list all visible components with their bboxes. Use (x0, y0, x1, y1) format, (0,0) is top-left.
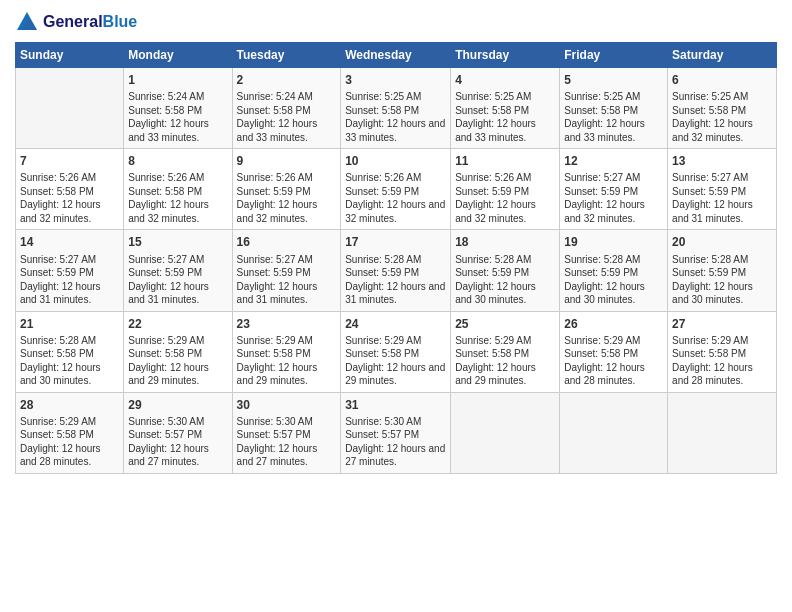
calendar-cell: 30Sunrise: 5:30 AMSunset: 5:57 PMDayligh… (232, 392, 341, 473)
day-number: 2 (237, 72, 337, 88)
cell-info: Sunrise: 5:29 AMSunset: 5:58 PMDaylight:… (128, 334, 227, 388)
day-number: 28 (20, 397, 119, 413)
cell-info: Sunrise: 5:24 AMSunset: 5:58 PMDaylight:… (128, 90, 227, 144)
day-number: 4 (455, 72, 555, 88)
cell-info: Sunrise: 5:27 AMSunset: 5:59 PMDaylight:… (128, 253, 227, 307)
cell-info: Sunrise: 5:26 AMSunset: 5:59 PMDaylight:… (455, 171, 555, 225)
cell-info: Sunrise: 5:26 AMSunset: 5:59 PMDaylight:… (237, 171, 337, 225)
calendar-cell: 27Sunrise: 5:29 AMSunset: 5:58 PMDayligh… (668, 311, 777, 392)
day-number: 3 (345, 72, 446, 88)
day-number: 19 (564, 234, 663, 250)
day-number: 13 (672, 153, 772, 169)
day-number: 27 (672, 316, 772, 332)
header-tuesday: Tuesday (232, 43, 341, 68)
cell-info: Sunrise: 5:26 AMSunset: 5:58 PMDaylight:… (20, 171, 119, 225)
calendar-cell: 12Sunrise: 5:27 AMSunset: 5:59 PMDayligh… (560, 149, 668, 230)
day-number: 23 (237, 316, 337, 332)
header-saturday: Saturday (668, 43, 777, 68)
day-number: 26 (564, 316, 663, 332)
calendar-cell: 10Sunrise: 5:26 AMSunset: 5:59 PMDayligh… (341, 149, 451, 230)
week-row-3: 21Sunrise: 5:28 AMSunset: 5:58 PMDayligh… (16, 311, 777, 392)
cell-info: Sunrise: 5:29 AMSunset: 5:58 PMDaylight:… (20, 415, 119, 469)
week-row-4: 28Sunrise: 5:29 AMSunset: 5:58 PMDayligh… (16, 392, 777, 473)
calendar-cell: 1Sunrise: 5:24 AMSunset: 5:58 PMDaylight… (124, 68, 232, 149)
cell-info: Sunrise: 5:26 AMSunset: 5:58 PMDaylight:… (128, 171, 227, 225)
cell-info: Sunrise: 5:27 AMSunset: 5:59 PMDaylight:… (237, 253, 337, 307)
calendar-cell: 8Sunrise: 5:26 AMSunset: 5:58 PMDaylight… (124, 149, 232, 230)
cell-info: Sunrise: 5:30 AMSunset: 5:57 PMDaylight:… (345, 415, 446, 469)
calendar-cell: 6Sunrise: 5:25 AMSunset: 5:58 PMDaylight… (668, 68, 777, 149)
cell-info: Sunrise: 5:30 AMSunset: 5:57 PMDaylight:… (128, 415, 227, 469)
calendar-cell: 22Sunrise: 5:29 AMSunset: 5:58 PMDayligh… (124, 311, 232, 392)
calendar-cell: 13Sunrise: 5:27 AMSunset: 5:59 PMDayligh… (668, 149, 777, 230)
day-number: 21 (20, 316, 119, 332)
day-number: 15 (128, 234, 227, 250)
calendar-cell (451, 392, 560, 473)
calendar-cell: 24Sunrise: 5:29 AMSunset: 5:58 PMDayligh… (341, 311, 451, 392)
cell-info: Sunrise: 5:28 AMSunset: 5:59 PMDaylight:… (345, 253, 446, 307)
calendar-cell: 5Sunrise: 5:25 AMSunset: 5:58 PMDaylight… (560, 68, 668, 149)
cell-info: Sunrise: 5:27 AMSunset: 5:59 PMDaylight:… (672, 171, 772, 225)
calendar-cell: 2Sunrise: 5:24 AMSunset: 5:58 PMDaylight… (232, 68, 341, 149)
calendar-cell: 26Sunrise: 5:29 AMSunset: 5:58 PMDayligh… (560, 311, 668, 392)
cell-info: Sunrise: 5:28 AMSunset: 5:59 PMDaylight:… (455, 253, 555, 307)
logo-text-line1: GeneralBlue (43, 13, 137, 31)
day-number: 1 (128, 72, 227, 88)
header: GeneralBlue (15, 10, 777, 34)
day-number: 22 (128, 316, 227, 332)
cell-info: Sunrise: 5:25 AMSunset: 5:58 PMDaylight:… (672, 90, 772, 144)
cell-info: Sunrise: 5:26 AMSunset: 5:59 PMDaylight:… (345, 171, 446, 225)
calendar-cell (668, 392, 777, 473)
day-number: 24 (345, 316, 446, 332)
cell-info: Sunrise: 5:29 AMSunset: 5:58 PMDaylight:… (672, 334, 772, 388)
day-number: 11 (455, 153, 555, 169)
cell-info: Sunrise: 5:29 AMSunset: 5:58 PMDaylight:… (345, 334, 446, 388)
cell-info: Sunrise: 5:25 AMSunset: 5:58 PMDaylight:… (564, 90, 663, 144)
cell-info: Sunrise: 5:24 AMSunset: 5:58 PMDaylight:… (237, 90, 337, 144)
day-number: 12 (564, 153, 663, 169)
cell-info: Sunrise: 5:28 AMSunset: 5:59 PMDaylight:… (564, 253, 663, 307)
cell-info: Sunrise: 5:29 AMSunset: 5:58 PMDaylight:… (564, 334, 663, 388)
day-number: 6 (672, 72, 772, 88)
day-number: 30 (237, 397, 337, 413)
calendar-cell: 20Sunrise: 5:28 AMSunset: 5:59 PMDayligh… (668, 230, 777, 311)
day-number: 14 (20, 234, 119, 250)
calendar-cell (16, 68, 124, 149)
calendar-cell: 7Sunrise: 5:26 AMSunset: 5:58 PMDaylight… (16, 149, 124, 230)
week-row-1: 7Sunrise: 5:26 AMSunset: 5:58 PMDaylight… (16, 149, 777, 230)
day-number: 20 (672, 234, 772, 250)
calendar-cell: 4Sunrise: 5:25 AMSunset: 5:58 PMDaylight… (451, 68, 560, 149)
cell-info: Sunrise: 5:29 AMSunset: 5:58 PMDaylight:… (237, 334, 337, 388)
header-friday: Friday (560, 43, 668, 68)
calendar-table: SundayMondayTuesdayWednesdayThursdayFrid… (15, 42, 777, 474)
week-row-2: 14Sunrise: 5:27 AMSunset: 5:59 PMDayligh… (16, 230, 777, 311)
day-number: 5 (564, 72, 663, 88)
day-number: 29 (128, 397, 227, 413)
logo-icon (15, 10, 39, 34)
calendar-header-row: SundayMondayTuesdayWednesdayThursdayFrid… (16, 43, 777, 68)
calendar-cell: 28Sunrise: 5:29 AMSunset: 5:58 PMDayligh… (16, 392, 124, 473)
calendar-cell: 15Sunrise: 5:27 AMSunset: 5:59 PMDayligh… (124, 230, 232, 311)
day-number: 9 (237, 153, 337, 169)
calendar-cell: 31Sunrise: 5:30 AMSunset: 5:57 PMDayligh… (341, 392, 451, 473)
calendar-cell: 9Sunrise: 5:26 AMSunset: 5:59 PMDaylight… (232, 149, 341, 230)
cell-info: Sunrise: 5:27 AMSunset: 5:59 PMDaylight:… (20, 253, 119, 307)
day-number: 17 (345, 234, 446, 250)
calendar-cell: 19Sunrise: 5:28 AMSunset: 5:59 PMDayligh… (560, 230, 668, 311)
cell-info: Sunrise: 5:27 AMSunset: 5:59 PMDaylight:… (564, 171, 663, 225)
cell-info: Sunrise: 5:30 AMSunset: 5:57 PMDaylight:… (237, 415, 337, 469)
cell-info: Sunrise: 5:25 AMSunset: 5:58 PMDaylight:… (345, 90, 446, 144)
day-number: 7 (20, 153, 119, 169)
calendar-cell: 3Sunrise: 5:25 AMSunset: 5:58 PMDaylight… (341, 68, 451, 149)
day-number: 25 (455, 316, 555, 332)
calendar-cell: 18Sunrise: 5:28 AMSunset: 5:59 PMDayligh… (451, 230, 560, 311)
day-number: 31 (345, 397, 446, 413)
main-container: GeneralBlue SundayMondayTuesdayWednesday… (0, 0, 792, 612)
calendar-cell: 25Sunrise: 5:29 AMSunset: 5:58 PMDayligh… (451, 311, 560, 392)
day-number: 16 (237, 234, 337, 250)
cell-info: Sunrise: 5:29 AMSunset: 5:58 PMDaylight:… (455, 334, 555, 388)
logo: GeneralBlue (15, 10, 137, 34)
day-number: 10 (345, 153, 446, 169)
header-thursday: Thursday (451, 43, 560, 68)
header-sunday: Sunday (16, 43, 124, 68)
